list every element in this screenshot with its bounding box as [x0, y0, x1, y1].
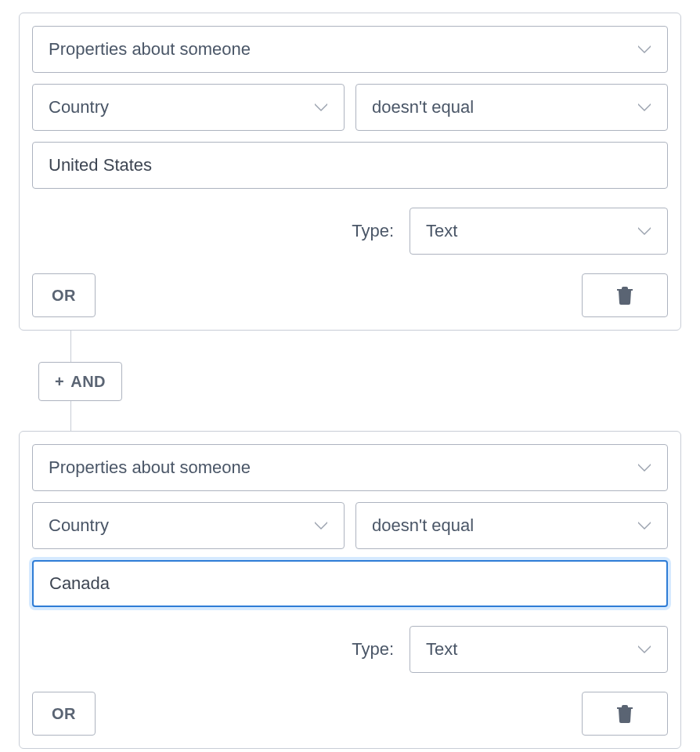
property-select-value: Country: [49, 97, 109, 118]
property-select[interactable]: Country: [32, 502, 345, 549]
chevron-down-icon: [637, 645, 651, 654]
type-label: Type:: [352, 639, 394, 660]
category-select[interactable]: Properties about someone: [32, 26, 668, 73]
group-connector: + AND: [70, 331, 681, 431]
and-button-label: AND: [70, 373, 106, 391]
or-button-label: OR: [52, 705, 76, 723]
and-button[interactable]: + AND: [38, 362, 122, 401]
chevron-down-icon: [637, 521, 651, 530]
operator-select[interactable]: doesn't equal: [355, 84, 668, 131]
trash-icon: [617, 704, 633, 723]
chevron-down-icon: [637, 103, 651, 112]
property-select[interactable]: Country: [32, 84, 345, 131]
category-select-value: Properties about someone: [49, 39, 251, 60]
delete-button[interactable]: [582, 273, 668, 317]
or-button-label: OR: [52, 287, 76, 305]
category-select[interactable]: Properties about someone: [32, 444, 668, 491]
value-input[interactable]: [32, 560, 668, 607]
chevron-down-icon: [637, 463, 651, 472]
or-button[interactable]: OR: [32, 692, 96, 736]
property-select-value: Country: [49, 515, 109, 536]
operator-select-value: doesn't equal: [372, 97, 474, 118]
delete-button[interactable]: [582, 692, 668, 736]
type-select[interactable]: Text: [410, 626, 668, 673]
plus-icon: +: [55, 373, 64, 391]
chevron-down-icon: [314, 521, 328, 530]
condition-group: Properties about someone Country doesn't…: [19, 13, 681, 331]
operator-select-value: doesn't equal: [372, 515, 474, 536]
trash-icon: [617, 286, 633, 305]
category-select-value: Properties about someone: [49, 457, 251, 478]
chevron-down-icon: [314, 103, 328, 112]
type-select[interactable]: Text: [410, 208, 668, 255]
operator-select[interactable]: doesn't equal: [355, 502, 668, 549]
chevron-down-icon: [637, 45, 651, 54]
type-select-value: Text: [426, 221, 457, 241]
condition-group: Properties about someone Country doesn't…: [19, 431, 681, 749]
or-button[interactable]: OR: [32, 273, 96, 317]
type-label: Type:: [352, 221, 394, 241]
chevron-down-icon: [637, 226, 651, 236]
value-input[interactable]: [32, 142, 668, 189]
type-select-value: Text: [426, 639, 457, 660]
